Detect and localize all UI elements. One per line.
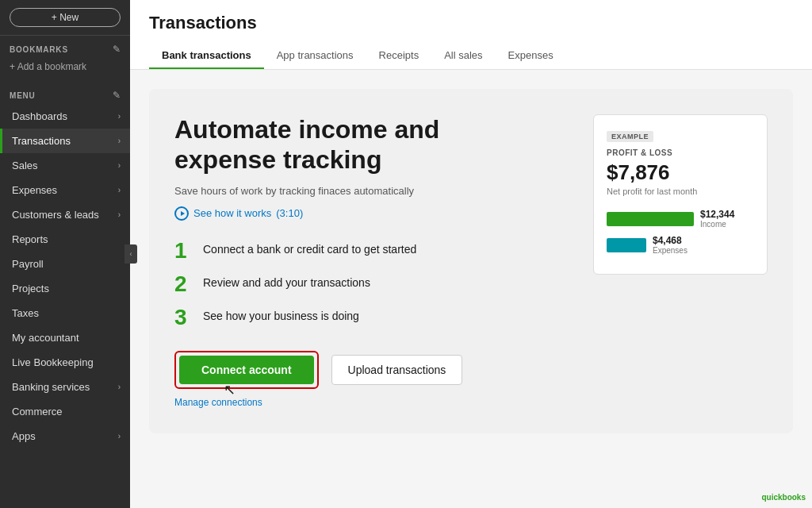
chevron-right-icon: › [118, 137, 121, 145]
connect-btn-highlight: Connect account ↖ [174, 351, 319, 389]
new-button[interactable]: + New [10, 8, 121, 27]
income-bar-row: $12,344 Income [607, 209, 754, 229]
chevron-right-icon: › [118, 161, 121, 170]
sidebar-item-transactions[interactable]: Transactions › [0, 129, 130, 153]
steps-list: 1 Connect a bank or credit card to get s… [174, 240, 568, 329]
chevron-right-icon: › [118, 210, 121, 219]
main-content: Transactions Bank transactions App trans… [130, 0, 812, 508]
sidebar-apps-label: Apps [12, 430, 36, 442]
content-area: Automate income and expense tracking Sav… [130, 70, 812, 508]
connect-account-button[interactable]: Connect account [179, 356, 314, 384]
chevron-right-icon: › [118, 112, 121, 121]
page-header: Transactions Bank transactions App trans… [130, 0, 812, 70]
income-label: Income [700, 220, 734, 229]
sidebar-item-reports[interactable]: Reports [0, 227, 130, 252]
step-2-number: 2 [174, 273, 193, 295]
quickbooks-logo: quickbooks [761, 493, 806, 502]
sidebar-item-dashboards[interactable]: Dashboards › [0, 104, 130, 129]
sidebar-item-apps[interactable]: Apps › [0, 424, 130, 448]
tab-receipts[interactable]: Receipts [366, 43, 432, 69]
sidebar-accountant-label: My accountant [12, 332, 79, 344]
step-3-number: 3 [174, 306, 193, 329]
promo-heading-line2: expense tracking [174, 145, 381, 174]
example-pl-label: PROFIT & LOSS [607, 148, 754, 157]
sidebar-customers-label: Customers & leads [12, 209, 99, 221]
sidebar-item-live-bookkeeping[interactable]: Live Bookkeeping [0, 350, 130, 375]
add-bookmark-label: + Add a bookmark [10, 61, 86, 72]
expenses-bar [607, 238, 646, 252]
see-how-duration: (3:10) [276, 207, 303, 219]
example-card: EXAMPLE PROFIT & LOSS $7,876 Net profit … [593, 114, 768, 275]
sidebar: + New BOOKMARKS ✎ + Add a bookmark MENU … [0, 0, 130, 508]
chevron-right-icon: › [118, 383, 121, 391]
see-how-label: See how it works [193, 207, 271, 219]
page-title: Transactions [149, 13, 793, 33]
step-3-text: See how your business is doing [203, 306, 359, 322]
see-how-link[interactable]: See how it works (3:10) [174, 206, 568, 221]
sidebar-bookkeeping-label: Live Bookkeeping [12, 356, 94, 368]
step-3: 3 See how your business is doing [174, 306, 568, 329]
income-info: $12,344 Income [700, 209, 734, 229]
promo-heading: Automate income and expense tracking [174, 114, 568, 175]
sidebar-item-banking-services[interactable]: Banking services › [0, 375, 130, 399]
tab-bar: Bank transactions App transactions Recei… [149, 43, 793, 69]
step-1-text: Connect a bank or credit card to get sta… [203, 240, 416, 256]
sidebar-item-payroll[interactable]: Payroll [0, 252, 130, 276]
sidebar-item-expenses[interactable]: Expenses › [0, 178, 130, 202]
sidebar-banking-label: Banking services [12, 381, 90, 393]
menu-label: MENU [10, 91, 36, 100]
expenses-info: $4,468 Expenses [653, 235, 688, 255]
manage-connections-link[interactable]: Manage connections [174, 397, 568, 408]
sidebar-item-sales[interactable]: Sales › [0, 153, 130, 178]
example-badge: EXAMPLE [607, 131, 653, 142]
step-2-text: Review and add your transactions [203, 273, 370, 289]
sidebar-sales-label: Sales [12, 160, 38, 171]
sidebar-payroll-label: Payroll [12, 258, 44, 270]
cursor-icon: ↖ [224, 381, 236, 398]
sidebar-collapse-button[interactable]: ‹ [124, 244, 137, 264]
expenses-bar-row: $4,468 Expenses [607, 235, 754, 255]
tab-app-transactions[interactable]: App transactions [264, 43, 366, 69]
sidebar-item-taxes[interactable]: Taxes [0, 301, 130, 325]
sidebar-item-commerce[interactable]: Commerce [0, 399, 130, 424]
tab-all-sales[interactable]: All sales [431, 43, 495, 69]
chevron-right-icon: › [118, 186, 121, 194]
step-1: 1 Connect a bank or credit card to get s… [174, 240, 568, 262]
play-icon [174, 206, 189, 221]
income-amount: $12,344 [700, 209, 734, 220]
sidebar-reports-label: Reports [12, 233, 48, 245]
promo-heading-line1: Automate income and [174, 115, 439, 144]
expenses-amount: $4,468 [653, 235, 688, 246]
tab-expenses[interactable]: Expenses [496, 43, 566, 69]
promo-card: Automate income and expense tracking Sav… [149, 89, 793, 433]
income-bar [607, 212, 694, 226]
expenses-label: Expenses [653, 246, 688, 255]
step-1-number: 1 [174, 240, 193, 262]
sidebar-item-projects[interactable]: Projects [0, 276, 130, 301]
sidebar-taxes-label: Taxes [12, 307, 39, 319]
cta-row: Connect account ↖ Upload transactions [174, 351, 568, 389]
sidebar-item-my-accountant[interactable]: My accountant [0, 325, 130, 350]
edit-bookmarks-icon[interactable]: ✎ [113, 44, 121, 55]
sidebar-item-customers-leads[interactable]: Customers & leads › [0, 202, 130, 227]
promo-left: Automate income and expense tracking Sav… [174, 114, 568, 408]
promo-subtitle: Save hours of work by tracking finaces a… [174, 185, 568, 197]
example-amount: $7,876 [607, 160, 754, 185]
sidebar-commerce-label: Commerce [12, 406, 63, 418]
sidebar-transactions-label: Transactions [12, 135, 71, 147]
edit-menu-icon[interactable]: ✎ [113, 90, 121, 101]
bookmarks-label: BOOKMARKS [10, 45, 68, 54]
sidebar-projects-label: Projects [12, 283, 49, 294]
step-2: 2 Review and add your transactions [174, 273, 568, 295]
sidebar-dashboards-label: Dashboards [12, 110, 67, 122]
add-bookmark-link[interactable]: + Add a bookmark [0, 58, 130, 75]
upload-transactions-button[interactable]: Upload transactions [331, 355, 463, 385]
example-note: Net profit for last month [607, 187, 754, 196]
sidebar-expenses-label: Expenses [12, 184, 57, 196]
tab-bank-transactions[interactable]: Bank transactions [149, 43, 264, 69]
chevron-right-icon: › [118, 432, 121, 441]
